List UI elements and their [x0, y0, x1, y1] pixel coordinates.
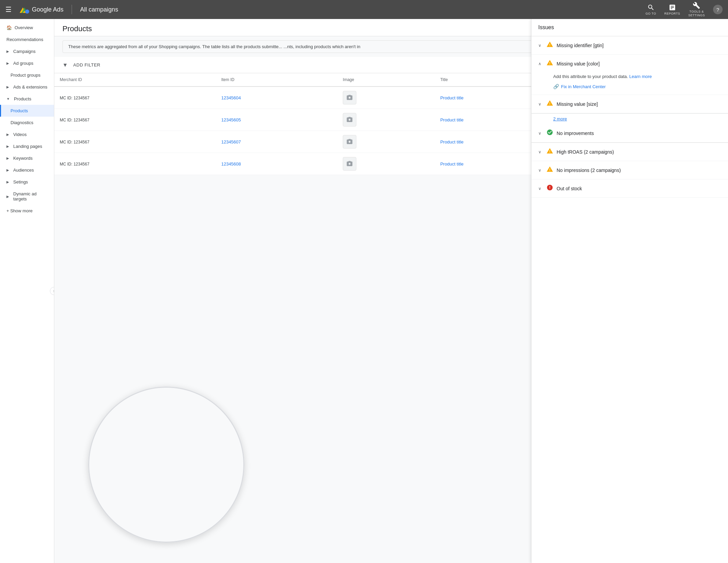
cell-item-id[interactable]: 12345605	[216, 109, 337, 131]
sidebar-item-label: Products	[14, 96, 31, 101]
sidebar-item-setings[interactable]: ▶ Setings	[0, 176, 54, 188]
cell-image	[337, 86, 435, 109]
issue-row-missing-size[interactable]: ∨ Missing value [size]	[531, 95, 728, 113]
sidebar-item-keywords[interactable]: ▶ Keywords	[0, 152, 54, 164]
cell-item-id[interactable]: 12345607	[216, 131, 337, 153]
warning-icon	[546, 100, 553, 106]
help-button[interactable]: ?	[713, 5, 723, 14]
tools-settings-button[interactable]: TOOLS &SETTINGS	[688, 2, 705, 17]
chevron-up-icon: ∧	[538, 61, 543, 66]
sidebar-collapse-toggle[interactable]: ›	[50, 287, 54, 295]
sidebar-item-products[interactable]: Products	[0, 105, 54, 117]
sidebar-item-show-more[interactable]: + Show more	[0, 205, 54, 217]
cell-item-id[interactable]: 12345608	[216, 153, 337, 175]
sidebar-item-label: Videos	[13, 132, 27, 137]
chevron-down-icon: ∨	[538, 168, 543, 173]
sidebar-item-label: Keywords	[13, 156, 33, 161]
issue-item-high-troas: ∨ High tROAS (2 campaigns)	[531, 143, 728, 161]
menu-icon[interactable]: ☰	[5, 5, 12, 14]
product-title-link: Product title	[440, 117, 464, 122]
col-header-merchant-id: Merchant ID	[54, 73, 216, 86]
sidebar-item-videos[interactable]: ▶ Videos	[0, 129, 54, 140]
chevron-down-icon: ∨	[538, 150, 543, 154]
svg-text:!: !	[549, 185, 550, 190]
product-image-placeholder	[343, 157, 356, 171]
sidebar-item-recommendations[interactable]: Recommendations	[0, 34, 54, 45]
warning-icon	[546, 148, 553, 154]
product-image-placeholder	[343, 135, 356, 149]
issue-expanded-missing-color: Add this attribute to your product data.…	[531, 73, 728, 95]
sidebar-item-ads-extensions[interactable]: ▶ Ads & extensions	[0, 81, 54, 93]
reports-icon	[669, 4, 676, 11]
issue-row-no-improvements[interactable]: ∨ No improvements	[531, 124, 728, 142]
issue-row-missing-color[interactable]: ∧ Missing value [color]	[531, 55, 728, 73]
tools-settings-icon	[693, 2, 700, 9]
chevron-down-icon: ∨	[538, 43, 543, 48]
sidebar-item-overview[interactable]: 🏠 Overview	[0, 22, 54, 34]
tools-label: TOOLS &SETTINGS	[688, 10, 705, 17]
product-title-link: Product title	[440, 161, 464, 167]
sidebar-item-dynamic-ad-targets[interactable]: ▶ Dynamic ad targets	[0, 188, 54, 205]
campaign-title[interactable]: All campaigns	[80, 6, 118, 13]
logo: Google Ads	[20, 5, 63, 14]
issue-row-high-troas[interactable]: ∨ High tROAS (2 campaigns)	[531, 143, 728, 161]
sidebar-item-products-parent[interactable]: ▼ Products	[0, 93, 54, 105]
issue-item-out-of-stock: ∨ ! Out of stock	[531, 179, 728, 198]
sidebar-item-productgroups[interactable]: Product groups	[0, 69, 54, 81]
product-image-placeholder	[343, 113, 356, 127]
issue-row-missing-gtin[interactable]: ∨ Missing identifier [gtin]	[531, 36, 728, 54]
issue-title: No improvements	[557, 131, 594, 136]
chevron-down-icon: ∨	[538, 102, 543, 106]
issue-row-no-impressions[interactable]: ∨ No impressions (2 campaigns)	[531, 161, 728, 179]
success-icon	[546, 129, 553, 136]
sidebar-item-label: Landing pages	[13, 144, 42, 149]
sidebar-item-adgroups[interactable]: ▶ Ad groups	[0, 57, 54, 69]
app-name: Google Ads	[32, 6, 63, 13]
arrow-icon: ▶	[6, 133, 9, 136]
topbar: ☰ Google Ads All campaigns GO TO REPORTS…	[0, 0, 728, 19]
issue-row-out-of-stock[interactable]: ∨ ! Out of stock	[531, 179, 728, 197]
goto-button[interactable]: GO TO	[646, 4, 656, 15]
google-ads-logo-icon	[20, 5, 29, 14]
external-link-icon: 🔗	[553, 84, 559, 89]
learn-more-link[interactable]: Learn more	[629, 74, 652, 79]
fix-merchant-center-button[interactable]: 🔗 Fix in Merchant Center	[553, 84, 606, 89]
cell-image	[337, 109, 435, 131]
sidebar-item-landing-pages[interactable]: ▶ Landing pages	[0, 140, 54, 152]
more-issues-link[interactable]: 2 more	[531, 114, 728, 124]
warning-icon	[546, 41, 553, 48]
fix-merchant-label: Fix in Merchant Center	[561, 84, 606, 89]
add-filter-button[interactable]: ADD FILTER	[71, 61, 103, 69]
cell-item-id[interactable]: 12345604	[216, 86, 337, 109]
sidebar-item-audiences[interactable]: ▶ Audiences	[0, 164, 54, 176]
home-icon: 🏠	[6, 25, 12, 30]
sidebar-item-label: Overview	[15, 25, 33, 30]
chevron-down-icon: ∨	[538, 186, 543, 191]
arrow-down-icon: ▼	[6, 97, 10, 101]
sidebar-item-label: Product groups	[11, 73, 40, 78]
product-title-link: Product title	[440, 139, 464, 144]
reports-button[interactable]: REPORTS	[664, 4, 680, 15]
filter-icon: ▼	[62, 62, 68, 68]
warning-icon	[546, 59, 553, 66]
svg-point-1	[25, 9, 29, 14]
reports-label: REPORTS	[664, 12, 680, 15]
arrow-icon: ▶	[6, 180, 9, 184]
arrow-icon: ▶	[6, 85, 9, 89]
issues-panel-header: Issues	[531, 19, 728, 36]
camera-icon	[346, 138, 353, 145]
sidebar-item-label: Dynamic ad targets	[13, 191, 49, 201]
issue-item-missing-color: ∧ Missing value [color] Add this attribu…	[531, 55, 728, 95]
sidebar-item-diagnostics[interactable]: Diagnostics	[0, 117, 54, 129]
sidebar-item-label: Products	[11, 108, 28, 113]
error-icon: !	[546, 184, 553, 191]
camera-icon	[346, 94, 353, 101]
issue-item-no-improvements: ∨ No improvements	[531, 124, 728, 142]
issue-type-icon: !	[546, 184, 553, 193]
issues-panel: Issues ∨ Missing identifier [gtin] ∧ Mis…	[531, 19, 728, 563]
issue-title: Missing value [color]	[557, 61, 600, 66]
info-text: These metrics are aggregated from all of…	[68, 44, 360, 49]
issues-list: ∨ Missing identifier [gtin] ∧ Missing va…	[531, 36, 728, 198]
sidebar-item-campaigns[interactable]: ▶ Campaigns	[0, 45, 54, 57]
cell-merchant-id: MC ID: 1234567	[54, 131, 216, 153]
